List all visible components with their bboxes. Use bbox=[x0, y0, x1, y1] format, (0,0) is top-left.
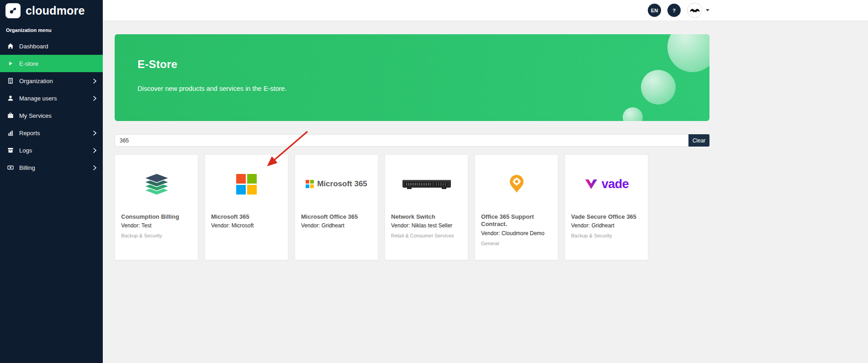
product-card-consumption-billing[interactable]: Consumption Billing Vendor: Test Backup … bbox=[115, 154, 198, 260]
product-vendor: Vendor: Niklas test Seller bbox=[391, 222, 462, 229]
product-title: Vade Secure Office 365 bbox=[571, 213, 642, 221]
sidebar-nav: Dashboard E-store Organization bbox=[0, 37, 103, 176]
clear-button[interactable]: Clear bbox=[688, 134, 709, 147]
product-vendor: Vendor: Microsoft bbox=[211, 222, 282, 229]
chevron-down-icon bbox=[706, 9, 709, 11]
chevron-right-icon bbox=[93, 165, 96, 170]
bar-chart-icon bbox=[6, 129, 14, 137]
sidebar-section-label: Organization menu bbox=[0, 21, 103, 37]
play-icon bbox=[6, 60, 14, 67]
sidebar-item-dashboard[interactable]: Dashboard bbox=[0, 37, 103, 55]
chevron-right-icon bbox=[93, 131, 96, 136]
chevron-right-icon bbox=[93, 148, 96, 153]
sidebar-item-label: Logs bbox=[19, 147, 88, 154]
product-card-microsoft-365[interactable]: Microsoft 365 Vendor: Microsoft bbox=[205, 154, 288, 260]
user-icon bbox=[6, 95, 14, 102]
network-switch-image bbox=[385, 155, 468, 213]
product-vendor: Vendor: Gridheart bbox=[571, 222, 642, 229]
page-title: E-Store bbox=[138, 58, 709, 71]
home-icon bbox=[6, 42, 14, 50]
product-category: General bbox=[481, 241, 552, 246]
page-subtitle: Discover new products and services in th… bbox=[138, 85, 709, 92]
chevron-right-icon bbox=[93, 79, 96, 84]
search-bar: Clear bbox=[115, 134, 709, 147]
vade-logo-text: vade bbox=[602, 177, 629, 191]
sidebar-item-estore[interactable]: E-store bbox=[0, 55, 103, 72]
sidebar-item-manage-users[interactable]: Manage users bbox=[0, 89, 103, 107]
vade-logo: vade bbox=[565, 155, 648, 213]
search-input[interactable] bbox=[115, 134, 688, 147]
sidebar-item-logs[interactable]: Logs bbox=[0, 142, 103, 159]
chevron-right-icon bbox=[93, 96, 96, 101]
product-title: Network Switch bbox=[391, 213, 462, 221]
product-vendor: Vendor: Test bbox=[121, 222, 192, 229]
banknote-icon bbox=[6, 164, 14, 171]
main-content: E-Store Discover new products and servic… bbox=[103, 21, 868, 363]
microsoft-365-logo-text: Microsoft 365 bbox=[317, 179, 367, 189]
hero-banner: E-Store Discover new products and servic… bbox=[115, 34, 709, 121]
user-menu[interactable] bbox=[687, 3, 709, 18]
cloudmore-logo-icon bbox=[5, 3, 21, 18]
product-title: Consumption Billing bbox=[121, 213, 192, 221]
building-icon bbox=[6, 77, 14, 84]
sidebar-item-label: Manage users bbox=[19, 95, 88, 102]
product-card-network-switch[interactable]: Network Switch Vendor: Niklas test Selle… bbox=[385, 154, 468, 260]
product-card-vade-secure[interactable]: vade Vade Secure Office 365 Vendor: Grid… bbox=[565, 154, 648, 260]
product-title: Microsoft Office 365 bbox=[301, 213, 372, 221]
product-vendor: Vendor: Gridheart bbox=[301, 222, 372, 229]
sidebar: cloudmore Organization menu Dashboard E-… bbox=[0, 0, 103, 363]
sidebar-item-label: My Services bbox=[19, 112, 96, 119]
product-category: Backup & Security bbox=[121, 233, 192, 238]
sidebar-item-reports[interactable]: Reports bbox=[0, 124, 103, 142]
decorative-circle bbox=[623, 107, 643, 121]
sidebar-item-label: Reports bbox=[19, 130, 88, 137]
avatar bbox=[687, 3, 702, 18]
archive-icon bbox=[6, 147, 14, 154]
brand-logo[interactable]: cloudmore bbox=[0, 0, 103, 21]
product-vendor: Vendor: Cloudmore Demo bbox=[481, 230, 552, 237]
sidebar-item-billing[interactable]: Billing bbox=[0, 159, 103, 176]
microsoft-logo-icon bbox=[205, 155, 288, 213]
briefcase-icon bbox=[6, 112, 14, 119]
sidebar-item-label: E-store bbox=[19, 60, 96, 67]
microsoft-365-logo: Microsoft 365 bbox=[295, 155, 378, 213]
layers-icon bbox=[115, 155, 198, 213]
product-title: Microsoft 365 bbox=[211, 213, 282, 221]
support-badge-icon bbox=[475, 155, 558, 213]
language-button[interactable]: EN bbox=[648, 4, 661, 17]
decorative-circle bbox=[641, 70, 676, 105]
topbar: EN ? bbox=[103, 0, 868, 21]
product-category: Backup & Security bbox=[571, 233, 642, 238]
sidebar-item-organization[interactable]: Organization bbox=[0, 72, 103, 89]
product-category: Retail & Consumer Services bbox=[391, 233, 462, 238]
product-title: Office 365 Support Contract. bbox=[481, 213, 552, 228]
product-card-microsoft-office-365[interactable]: Microsoft 365 Microsoft Office 365 Vendo… bbox=[295, 154, 378, 260]
help-button[interactable]: ? bbox=[667, 4, 681, 17]
sidebar-item-label: Dashboard bbox=[19, 43, 96, 50]
brand-name: cloudmore bbox=[26, 4, 85, 17]
product-grid: Consumption Billing Vendor: Test Backup … bbox=[115, 154, 709, 260]
sidebar-item-label: Billing bbox=[19, 164, 88, 171]
product-card-office-365-support[interactable]: Office 365 Support Contract. Vendor: Clo… bbox=[475, 154, 558, 260]
sidebar-item-label: Organization bbox=[19, 78, 88, 84]
sidebar-item-my-services[interactable]: My Services bbox=[0, 107, 103, 124]
